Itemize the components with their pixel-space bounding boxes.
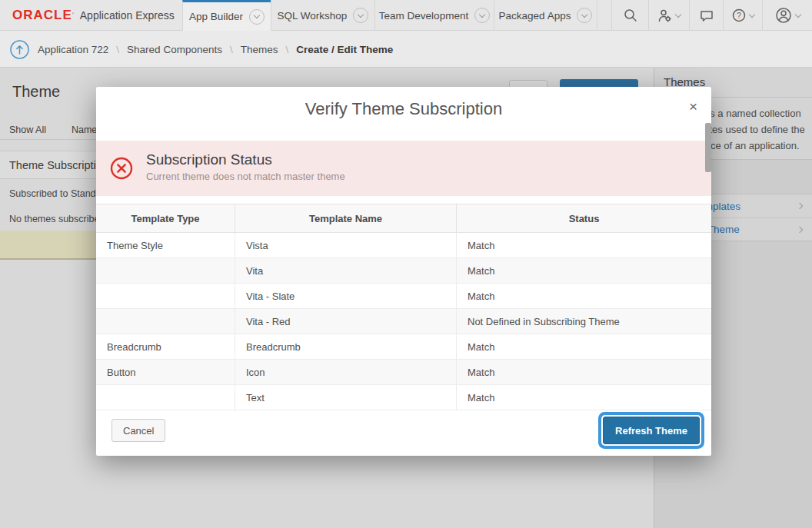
cell-template-name: Vita - Red xyxy=(235,309,456,334)
cell-template-name: Breadcrumb xyxy=(235,334,456,359)
breadcrumb-separator: \ xyxy=(285,44,288,55)
column-header-status: Status xyxy=(456,204,711,232)
verification-table: Template Type Template Name Status Theme… xyxy=(96,204,711,410)
filter-tab-show-all[interactable]: Show All xyxy=(9,125,46,135)
table-row: Breadcrumb Breadcrumb Match xyxy=(96,334,711,360)
oracle-logo: ORACLE´ Application Express xyxy=(12,0,175,31)
account-menu[interactable] xyxy=(762,0,812,31)
breadcrumb-item-current: Create / Edit Theme xyxy=(296,44,393,55)
cell-status: Not Defined in Subscribing Theme xyxy=(456,309,711,334)
table-row: Theme Style Vista Match xyxy=(96,233,711,258)
dialog-scrollbar-thumb[interactable] xyxy=(705,123,711,172)
feedback-bubble-icon xyxy=(699,8,714,23)
refresh-theme-button[interactable]: Refresh Theme xyxy=(603,417,700,444)
chevron-right-icon xyxy=(797,203,803,209)
account-icon xyxy=(774,6,793,25)
breadcrumb-separator: \ xyxy=(116,44,119,55)
cell-template-name: Text xyxy=(235,385,456,410)
cell-template-type xyxy=(96,385,235,410)
section-title: Theme Subscription xyxy=(9,159,108,171)
table-row: Vita - Slate Match xyxy=(96,284,711,309)
top-nav-bar: ORACLE´ Application Express App Builder … xyxy=(0,0,812,31)
table-header-row: Template Type Template Name Status xyxy=(96,204,711,233)
cell-template-name: Vita xyxy=(235,258,456,283)
tab-label: Team Development xyxy=(379,10,468,22)
cell-template-type: Button xyxy=(96,360,235,384)
close-icon[interactable]: × xyxy=(689,99,697,114)
cell-template-name: Vista xyxy=(235,233,456,257)
alert-heading: Subscription Status xyxy=(146,151,272,168)
breadcrumb-separator: \ xyxy=(230,44,233,55)
table-row: Vita Match xyxy=(96,258,711,284)
cell-template-name: Icon xyxy=(235,360,456,384)
up-level-icon[interactable] xyxy=(9,39,30,60)
error-circle-icon xyxy=(110,157,133,180)
table-row: Vita - Red Not Defined in Subscribing Th… xyxy=(96,309,711,334)
cell-status: Match xyxy=(456,284,711,308)
verify-theme-subscription-dialog: Verify Theme Subscription × Subscription… xyxy=(96,87,711,456)
search-button[interactable] xyxy=(611,0,648,31)
chevron-down-icon xyxy=(749,11,755,17)
column-header-template-type: Template Type xyxy=(96,204,235,232)
breadcrumb-item-application[interactable]: Application 722 xyxy=(38,44,108,55)
admin-users-icon xyxy=(657,8,673,23)
breadcrumb-bar: Application 722 \ Shared Components \ Th… xyxy=(0,31,812,68)
help-menu[interactable]: ? xyxy=(723,0,762,31)
column-header-template-name: Template Name xyxy=(235,204,456,232)
cancel-button[interactable]: Cancel xyxy=(111,419,165,442)
tab-team-development[interactable]: Team Development xyxy=(374,0,494,31)
tab-packaged-apps[interactable]: Packaged Apps xyxy=(494,0,597,31)
cell-template-name: Vita - Slate xyxy=(235,284,456,308)
cell-status: Match xyxy=(456,334,711,359)
oracle-wordmark: ORACLE xyxy=(12,8,72,23)
subscription-status-alert: Subscription Status Current theme does n… xyxy=(96,141,711,196)
cell-template-type xyxy=(96,309,235,334)
table-row: Text Match xyxy=(96,385,711,410)
cell-template-type xyxy=(96,258,235,283)
chevron-down-icon[interactable] xyxy=(577,8,592,23)
tab-label: App Builder xyxy=(189,11,243,22)
dialog-title: Verify Theme Subscription xyxy=(96,87,711,131)
tab-label: Packaged Apps xyxy=(499,10,571,22)
cell-status: Match xyxy=(456,258,711,283)
feedback-button[interactable] xyxy=(689,0,723,31)
help-icon: ? xyxy=(731,8,747,23)
alert-message: Current theme does not match master them… xyxy=(146,171,345,182)
cell-status: Match xyxy=(456,233,711,257)
apex-screen: ORACLE´ Application Express App Builder … xyxy=(0,0,812,528)
tab-label: SQL Workshop xyxy=(278,10,348,22)
breadcrumb-item-themes[interactable]: Themes xyxy=(241,44,278,55)
cell-template-type: Breadcrumb xyxy=(96,334,235,359)
product-name: Application Express xyxy=(80,9,175,22)
chevron-down-icon[interactable] xyxy=(353,8,368,23)
cell-template-type xyxy=(96,284,235,308)
chevron-down-icon[interactable] xyxy=(474,8,490,23)
chevron-down-icon xyxy=(675,11,681,17)
breadcrumb-item-shared-components[interactable]: Shared Components xyxy=(127,44,222,55)
filter-tabs: Show All Name xyxy=(9,125,97,135)
filter-tab-name[interactable]: Name xyxy=(72,125,97,135)
chevron-right-icon xyxy=(797,226,803,232)
chevron-down-icon xyxy=(795,11,801,17)
administration-menu[interactable] xyxy=(648,0,689,31)
tab-sql-workshop[interactable]: SQL Workshop xyxy=(271,0,374,31)
trademark-icon: ´ xyxy=(72,12,75,19)
cell-template-type: Theme Style xyxy=(96,233,235,257)
chevron-down-icon[interactable] xyxy=(249,9,265,25)
page-title: Theme xyxy=(12,83,60,101)
cell-status: Match xyxy=(456,385,711,410)
breadcrumb: Application 722 \ Shared Components \ Th… xyxy=(9,31,393,68)
svg-text:?: ? xyxy=(737,12,741,20)
tab-app-builder[interactable]: App Builder xyxy=(182,0,271,31)
search-icon xyxy=(623,8,638,23)
cell-status: Match xyxy=(456,360,711,384)
table-row: Button Icon Match xyxy=(96,360,711,385)
